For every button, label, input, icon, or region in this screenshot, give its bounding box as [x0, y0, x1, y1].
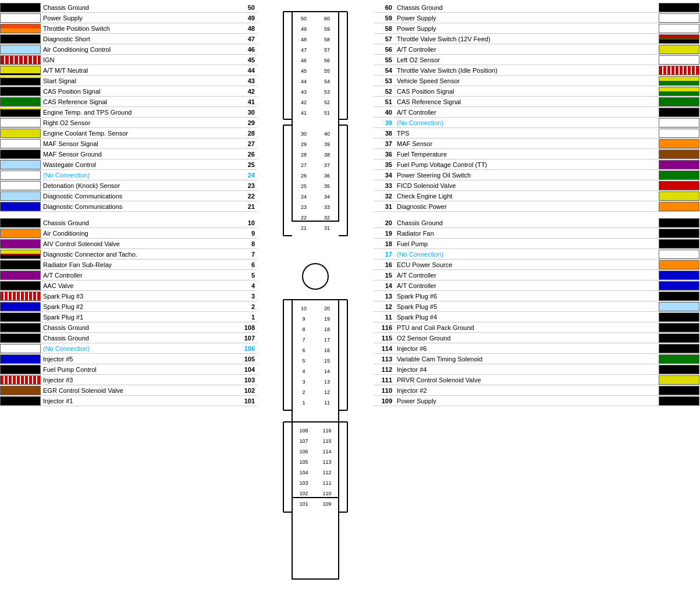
wire-color-bar — [659, 354, 699, 364]
wire-color-bar — [659, 139, 699, 148]
svg-text:31: 31 — [324, 225, 330, 231]
pin-label: Spark Plug #4 — [395, 314, 659, 321]
svg-text:58: 58 — [324, 37, 330, 42]
svg-text:109: 109 — [322, 501, 331, 507]
pin-label: (No Connection) — [41, 172, 236, 179]
wire-color-bar — [659, 87, 699, 96]
left-pin-row: Fuel Pump Control104 — [0, 364, 257, 375]
pin-number: 57 — [374, 35, 395, 42]
left-pin-row: Diagnostic Short47 — [0, 34, 257, 44]
svg-text:112: 112 — [322, 470, 331, 475]
right-pin-row: 20Chassis Ground — [374, 218, 699, 228]
wire-color-bar — [0, 118, 41, 127]
pin-label: FICD Solenoid Valve — [395, 182, 659, 189]
left-panel: Chassis Ground50Power Supply49Throttle P… — [0, 0, 257, 593]
pin-number: 29 — [236, 119, 257, 126]
right-pin-row: 113Variable Cam Timing Solenoid — [374, 354, 699, 364]
wire-color-bar — [0, 239, 41, 248]
svg-text:12: 12 — [324, 389, 330, 395]
wire-color-bar — [0, 171, 41, 180]
wire-color-bar — [0, 66, 41, 75]
svg-text:50: 50 — [301, 16, 307, 22]
right-pin-row: 16ECU Power Source — [374, 260, 699, 270]
left-pin-row: Radiator Fan Sub-Relay6 — [0, 260, 257, 270]
svg-point-53 — [303, 264, 328, 289]
pin-number: 42 — [236, 88, 257, 95]
pin-label: PRVR Control Solenoid Valve — [395, 377, 659, 384]
left-pin-row: Spark Plug #33 — [0, 291, 257, 301]
pin-label: Injector #5 — [41, 356, 236, 363]
pin-label: Engine Coolant Temp. Sensor — [41, 130, 236, 137]
svg-text:32: 32 — [324, 215, 330, 221]
pin-label: (No Connection) — [395, 119, 659, 126]
pin-number: 50 — [236, 4, 257, 11]
wire-color-bar — [0, 375, 41, 385]
svg-text:8: 8 — [302, 326, 305, 332]
pin-label: A/T M/T Neutral — [41, 67, 236, 74]
pin-label: Air Conditioning Control — [41, 46, 236, 53]
wire-color-bar — [659, 55, 699, 65]
pin-number: 17 — [374, 251, 395, 258]
pin-label: PTU and Coil Pack Ground — [395, 324, 659, 331]
wire-color-bar — [0, 313, 41, 322]
wire-color-bar — [659, 13, 699, 23]
pin-number: 112 — [374, 366, 395, 373]
left-pin-row: A/T Controller5 — [0, 270, 257, 280]
svg-text:60: 60 — [324, 16, 330, 22]
wire-color-bar — [659, 218, 699, 228]
pin-number: 52 — [374, 88, 395, 95]
svg-text:110: 110 — [322, 491, 331, 496]
svg-text:48: 48 — [301, 37, 307, 42]
svg-text:33: 33 — [324, 204, 330, 210]
right-pin-row: 40A/T Controller — [374, 107, 699, 118]
right-pin-row: 53Vehicle Speed Sensor — [374, 76, 699, 86]
svg-text:39: 39 — [324, 141, 330, 147]
pin-label: Chassis Ground — [395, 4, 659, 11]
wire-color-bar — [659, 108, 699, 117]
svg-text:40: 40 — [324, 131, 330, 137]
pin-label: A/T Controller — [395, 272, 659, 279]
wire-color-bar — [0, 97, 41, 106]
pin-label: MAF Sensor Signal — [41, 140, 236, 147]
svg-text:4: 4 — [302, 368, 305, 374]
svg-text:36: 36 — [324, 173, 330, 179]
svg-text:101: 101 — [299, 501, 308, 507]
pin-label: Diagnostic Communications — [41, 193, 236, 200]
svg-text:11: 11 — [324, 400, 330, 406]
wire-color-bar — [659, 160, 699, 169]
svg-text:49: 49 — [301, 26, 307, 32]
wire-color-bar — [659, 292, 699, 301]
pin-number: 38 — [374, 130, 395, 137]
pin-number: 14 — [374, 282, 395, 289]
wire-color-bar — [659, 181, 699, 190]
svg-text:29: 29 — [301, 141, 307, 147]
wire-color-bar — [0, 344, 41, 353]
left-pin-row: Spark Plug #11 — [0, 312, 257, 322]
right-pin-row: 52CAS Position Signal — [374, 86, 699, 97]
wire-color-bar — [0, 24, 41, 33]
svg-text:35: 35 — [324, 183, 330, 189]
svg-text:45: 45 — [301, 68, 307, 74]
left-pin-row: Injector #3103 — [0, 375, 257, 385]
left-pin-row: Engine Coolant Temp. Sensor28 — [0, 128, 257, 139]
pin-label: Chassis Ground — [41, 324, 236, 331]
pin-label: Diagnostic Connector and Tacho. — [41, 251, 236, 258]
pin-label: Spark Plug #1 — [41, 314, 236, 321]
left-pin-row: A/T M/T Neutral44 — [0, 65, 257, 76]
right-pin-row: 11Spark Plug #4 — [374, 312, 699, 322]
wire-color-bar — [659, 171, 699, 180]
pin-number: 51 — [374, 98, 395, 105]
right-pin-row: 31Diagnostic Power — [374, 201, 699, 212]
pin-number: 15 — [374, 272, 395, 279]
svg-text:105: 105 — [299, 459, 308, 465]
pin-label: Power Supply — [395, 25, 659, 32]
svg-text:16: 16 — [324, 347, 330, 353]
left-pin-row: Chassis Ground50 — [0, 2, 257, 13]
svg-text:107: 107 — [299, 438, 308, 444]
svg-text:51: 51 — [324, 110, 330, 116]
pin-label: Chassis Ground — [395, 219, 659, 226]
pin-number: 13 — [374, 293, 395, 300]
left-pin-row: Power Supply49 — [0, 13, 257, 23]
svg-text:7: 7 — [302, 337, 305, 343]
left-pin-row: Start Signal43 — [0, 76, 257, 86]
